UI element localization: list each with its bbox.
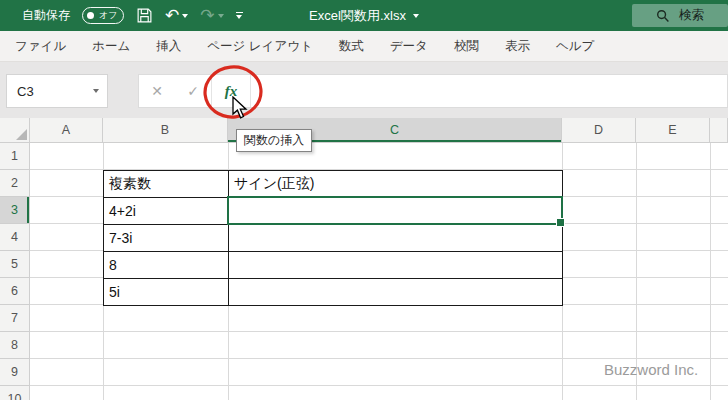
redo-icon: ↷	[200, 7, 214, 24]
formula-bar: ✕ ✓ fx	[138, 74, 728, 108]
formula-input[interactable]	[251, 75, 727, 107]
column-header-a[interactable]: A	[30, 118, 103, 143]
data-table: 複素数 サイン(正弦) 4+2i 7-3i 8 5i	[103, 170, 563, 306]
cell-B2[interactable]: 複素数	[104, 171, 229, 197]
gridline-vertical	[710, 143, 711, 400]
autosave-toggle[interactable]: オフ	[82, 7, 124, 24]
column-header-d[interactable]: D	[562, 118, 636, 143]
redo-dropdown-icon	[218, 14, 224, 18]
insert-function-button[interactable]: fx	[211, 75, 251, 107]
row-header-2[interactable]: 2	[0, 170, 30, 197]
name-box-value: C3	[7, 84, 93, 99]
column-header-partial[interactable]	[710, 118, 728, 143]
tab-data[interactable]: データ	[377, 31, 441, 61]
search-box[interactable]: 検索	[632, 4, 728, 27]
formula-bar-row: C3 ✕ ✓ fx	[0, 62, 728, 118]
toggle-knob-icon	[87, 12, 94, 19]
insert-function-tooltip: 関数の挿入	[236, 129, 312, 152]
cell-B6[interactable]: 5i	[104, 279, 229, 305]
cell-B5[interactable]: 8	[104, 252, 229, 278]
row-header-10[interactable]: 10	[0, 386, 30, 400]
row-header-6[interactable]: 6	[0, 278, 30, 305]
tab-file[interactable]: ファイル	[2, 31, 79, 61]
watermark-text: Buzzword Inc.	[604, 361, 698, 378]
row-header-1[interactable]: 1	[0, 143, 30, 170]
name-box[interactable]: C3	[6, 74, 108, 108]
row-header-7[interactable]: 7	[0, 305, 30, 332]
select-all-corner[interactable]	[0, 118, 30, 143]
column-header-e[interactable]: E	[636, 118, 710, 143]
customize-toolbar-button[interactable]	[236, 12, 243, 19]
cell-B3[interactable]: 4+2i	[104, 198, 229, 224]
select-all-triangle-icon	[16, 129, 27, 140]
table-row: 8	[104, 252, 562, 279]
row-header-3[interactable]: 3	[0, 197, 30, 224]
title-dropdown-icon	[413, 14, 419, 18]
tab-help[interactable]: ヘルプ	[543, 31, 607, 61]
quick-access-toolbar: 自動保存 オフ ↶ ↷	[0, 7, 243, 24]
row-header-4[interactable]: 4	[0, 224, 30, 251]
autosave-state: オフ	[99, 9, 117, 22]
tab-formulas[interactable]: 数式	[326, 31, 377, 61]
enter-button[interactable]: ✓	[175, 75, 211, 107]
worksheet-grid: A B C D E 1 2 3 4 5 6 7 8 9 10 複素数 サイン(正…	[0, 118, 728, 400]
cell-C4[interactable]	[229, 225, 562, 251]
cell-C6[interactable]	[229, 279, 562, 305]
save-icon	[136, 7, 153, 24]
tab-insert[interactable]: 挿入	[143, 31, 194, 61]
undo-icon: ↶	[165, 7, 179, 24]
undo-dropdown-icon	[182, 14, 188, 18]
search-label: 検索	[679, 7, 704, 24]
save-button[interactable]	[136, 7, 153, 24]
cell-B4[interactable]: 7-3i	[104, 225, 229, 251]
selected-cell-outline	[227, 196, 563, 225]
redo-button[interactable]: ↷	[200, 7, 223, 24]
column-headers: A B C D E	[30, 118, 728, 143]
column-header-b[interactable]: B	[103, 118, 228, 143]
table-row: 複素数 サイン(正弦)	[104, 171, 562, 198]
tab-review[interactable]: 校閲	[441, 31, 492, 61]
row-header-5[interactable]: 5	[0, 251, 30, 278]
cell-C2[interactable]: サイン(正弦)	[229, 171, 562, 197]
tab-view[interactable]: 表示	[492, 31, 543, 61]
fill-handle[interactable]	[556, 218, 565, 227]
customize-toolbar-icon	[236, 12, 243, 13]
document-title: Excel関数用.xlsx	[309, 7, 406, 25]
autosave-label: 自動保存	[22, 7, 70, 24]
row-headers: 1 2 3 4 5 6 7 8 9 10	[0, 143, 30, 400]
row-header-9[interactable]: 9	[0, 359, 30, 386]
undo-button[interactable]: ↶	[165, 7, 188, 24]
cancel-button[interactable]: ✕	[139, 75, 175, 107]
table-row: 5i	[104, 279, 562, 305]
tab-home[interactable]: ホーム	[79, 31, 143, 61]
ribbon-tab-bar: ファイル ホーム 挿入 ページ レイアウト 数式 データ 校閲 表示 ヘルプ	[0, 31, 728, 62]
row-header-8[interactable]: 8	[0, 332, 30, 359]
tab-page-layout[interactable]: ページ レイアウト	[194, 31, 326, 61]
table-row: 7-3i	[104, 225, 562, 252]
title-bar: 自動保存 オフ ↶ ↷ Excel関数用.xlsx	[0, 0, 728, 31]
cell-C5[interactable]	[229, 252, 562, 278]
search-icon	[656, 9, 670, 23]
name-box-dropdown-icon	[93, 89, 99, 93]
